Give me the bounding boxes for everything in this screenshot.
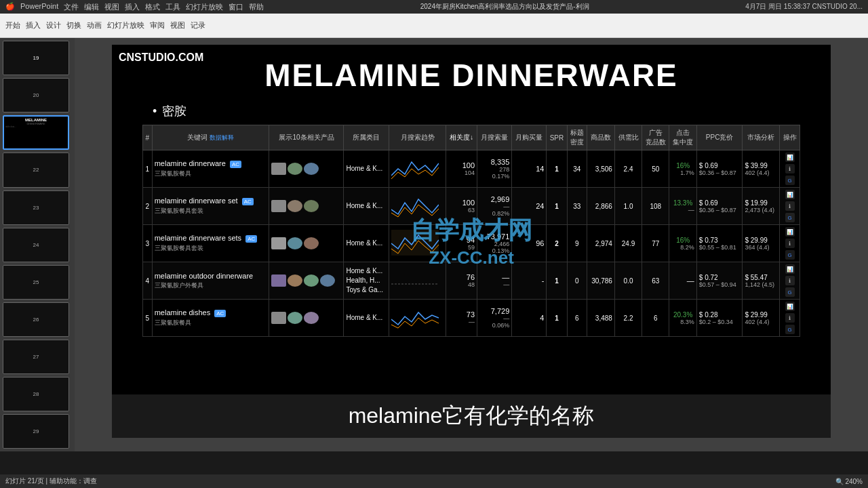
slide-thumb-23[interactable]: 23 [3, 190, 69, 225]
slide-thumb-22[interactable]: 22 [3, 152, 69, 187]
action-5[interactable]: 📊 ℹ G [780, 300, 800, 337]
kw-cell-2: melamine dinnerware set AC 三聚氰胺餐具套装 [152, 188, 269, 225]
table-row: 1 melamine dinnerware AC 三聚氰胺餐具 [143, 150, 800, 188]
action-3[interactable]: 📊 ℹ G [780, 225, 800, 262]
status-zoom: 🔍 240% [835, 478, 863, 485]
market-5: $ 29.99 402 (4.4) [743, 300, 780, 337]
google-icon[interactable]: G [785, 250, 795, 260]
google-icon[interactable]: G [785, 176, 795, 185]
click-5: 20.3% 8.3% [669, 300, 696, 337]
col-header-action: 操作 [780, 125, 800, 150]
info-icon[interactable]: ℹ [785, 239, 795, 248]
action-4[interactable]: 📊 ℹ G [780, 262, 800, 300]
cat-1: Home & K... [344, 150, 389, 188]
slide-frame: CNSTUDIO.COM MELAMINE DINNERWARE 密胺 # 关键… [112, 45, 831, 438]
menu-insert[interactable]: 插入 [125, 2, 140, 12]
chart-icon[interactable]: 📊 [785, 152, 795, 162]
status-slide-info: 幻灯片 21/页 | 辅助功能：调查 [5, 476, 97, 486]
menu-format[interactable]: 格式 [145, 2, 160, 12]
toolbar-tab-review[interactable]: 审阅 [150, 20, 165, 30]
menu-window[interactable]: 窗口 [229, 2, 243, 12]
slide-thumb-29[interactable]: 29 [3, 414, 69, 449]
toolbar-tab-view[interactable]: 视图 [170, 20, 185, 30]
col-header-search-vol: 月搜索量 [477, 125, 512, 150]
spr-2: 1 [547, 188, 567, 225]
toolbar-tab-insert[interactable]: 插入 [26, 20, 41, 30]
mac-topbar-left: 🍎 PowerPoint 文件 编辑 视图 插入 格式 工具 幻灯片放映 窗口 … [5, 2, 264, 12]
toolbar-tab-design[interactable]: 设计 [46, 20, 61, 30]
col-header-title-density: 标题密度 [567, 125, 587, 150]
click-1: 16% 1.7% [669, 150, 696, 188]
supply-4: 0.0 [614, 262, 642, 300]
title-density-2: 33 [567, 188, 587, 225]
main-area: 19 20 MELAMINE DINNERWARE table data... … [0, 38, 868, 451]
google-icon[interactable]: G [785, 287, 795, 297]
sparkline-2 [389, 188, 446, 225]
menu-help[interactable]: 帮助 [249, 2, 264, 12]
row-num-5: 5 [143, 300, 153, 337]
col-header-relevance[interactable]: 相关度↓ [446, 125, 477, 150]
slide-thumb-28[interactable]: 28 [3, 377, 69, 411]
menu-edit[interactable]: 编辑 [84, 2, 99, 12]
info-icon[interactable]: ℹ [785, 276, 795, 285]
slide-thumb-21[interactable]: MELAMINE DINNERWARE table data... [3, 115, 69, 150]
col-header-trend: 月搜索趋势 [389, 125, 446, 150]
title-density-5: 6 [567, 300, 587, 337]
info-icon[interactable]: ℹ [785, 201, 795, 211]
action-2[interactable]: 📊 ℹ G [780, 188, 800, 225]
chart-icon[interactable]: 📊 [785, 302, 795, 311]
toolbar-tab-home[interactable]: 开始 [5, 20, 20, 30]
google-icon[interactable]: G [785, 213, 795, 222]
slide-thumb-25[interactable]: 25 [3, 265, 69, 300]
menu-tools[interactable]: 工具 [165, 2, 180, 12]
relevance-4: 76 48 [446, 262, 477, 300]
slide-thumb-24[interactable]: 24 [3, 228, 69, 262]
spr-1: 1 [547, 150, 567, 188]
slide-panel[interactable]: 19 20 MELAMINE DINNERWARE table data... … [0, 38, 75, 451]
ad-2: 108 [642, 188, 669, 225]
slide-thumb-19[interactable]: 19 [3, 41, 69, 75]
file-title: 2024年厨房Kitchen高利润率选品方向以及发货产品-利润 [420, 2, 589, 12]
slide-thumb-27[interactable]: 27 [3, 340, 69, 374]
chart-icon[interactable]: 📊 [785, 190, 795, 199]
toolbar-tab-animation[interactable]: 动画 [87, 20, 102, 30]
row-num-3: 3 [143, 225, 153, 262]
menu-file[interactable]: 文件 [64, 2, 79, 12]
row-num-2: 2 [143, 188, 153, 225]
toolbar-tab-slideshow[interactable]: 幻灯片放映 [107, 20, 144, 30]
action-1[interactable]: 📊 ℹ G [780, 150, 800, 188]
cat-3: Home & K... [344, 225, 389, 262]
spr-5: 1 [547, 300, 567, 337]
chart-icon[interactable]: 📊 [785, 264, 795, 274]
slide-thumb-20[interactable]: 20 [3, 78, 69, 113]
mac-topbar-right: 4月7日 周日 15:38:37 CNSTUDIO 20... [745, 2, 863, 12]
ad-3: 77 [642, 225, 669, 262]
ppc-2: $ 0.69 $0.36 – $0.87 [696, 188, 743, 225]
toolbar-tab-record[interactable]: 记录 [191, 20, 205, 30]
market-4: $ 55.47 1,142 (4.5) [743, 262, 780, 300]
market-2: $ 19.99 2,473 (4.4) [743, 188, 780, 225]
info-icon[interactable]: ℹ [785, 164, 795, 174]
toolbar-tab-transition[interactable]: 切换 [66, 20, 81, 30]
col-header-ppc: PPC竞价 [696, 125, 743, 150]
ad-1: 50 [642, 150, 669, 188]
chart-icon[interactable]: 📊 [785, 227, 795, 237]
supply-2: 1.0 [614, 188, 642, 225]
buy-vol-5: 4 [512, 300, 547, 337]
menu-slideshow[interactable]: 幻灯片放映 [186, 2, 223, 12]
apple-menu[interactable]: 🍎 [5, 2, 15, 12]
datetime: 4月7日 周日 15:38:37 CNSTUDIO 20... [745, 2, 863, 12]
info-icon[interactable]: ℹ [785, 313, 795, 323]
menu-view[interactable]: 视图 [104, 2, 119, 12]
ad-4: 63 [642, 262, 669, 300]
slide-thumb-26[interactable]: 26 [3, 302, 69, 337]
buy-vol-4: - [512, 262, 547, 300]
google-icon[interactable]: G [785, 325, 795, 334]
row-num-1: 1 [143, 150, 153, 188]
col-header-kw[interactable]: 关键词 数据解释 [152, 125, 269, 150]
relevance-3: 94 59 [446, 225, 477, 262]
cat-2: Home & K... [344, 188, 389, 225]
buy-vol-1: 14 [512, 150, 547, 188]
col-header-click: 点击集中度 [669, 125, 696, 150]
col-header-market: 市场分析 [743, 125, 780, 150]
